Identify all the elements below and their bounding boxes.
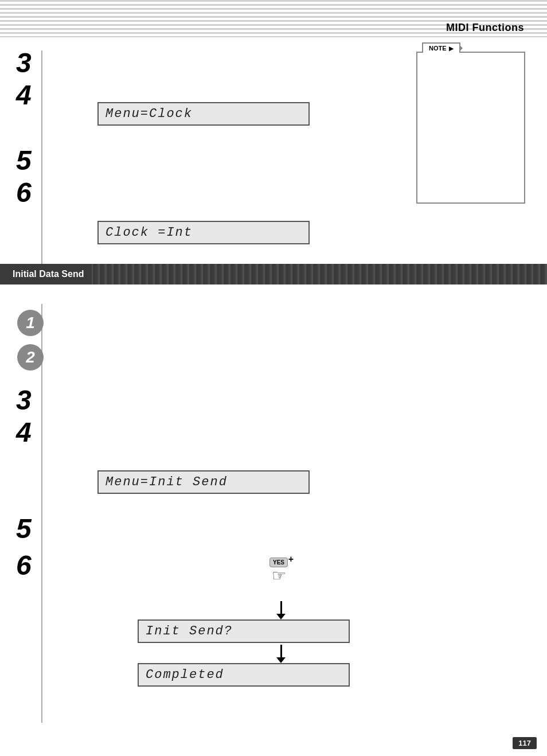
step-2-circle: 2 bbox=[17, 344, 44, 371]
note-box: NOTE ▶ bbox=[416, 52, 525, 204]
step-5b: 5 bbox=[16, 513, 32, 544]
hand-icon: ☞ bbox=[272, 568, 286, 584]
yes-btn-label: YES bbox=[269, 558, 288, 567]
section1-vert-line bbox=[41, 50, 42, 274]
arrow-2 bbox=[276, 645, 286, 663]
step-5: 5 bbox=[16, 145, 32, 176]
lcd-completed: Completed bbox=[138, 663, 350, 687]
page-number: 117 bbox=[513, 737, 537, 749]
section-bar-label: Initial Data Send bbox=[0, 264, 92, 285]
note-label: NOTE bbox=[429, 45, 447, 52]
step-3: 3 bbox=[16, 47, 32, 79]
section2-vert-line bbox=[41, 304, 42, 723]
step-4: 4 bbox=[16, 79, 32, 111]
lcd-clock-int: Clock =Int bbox=[97, 221, 310, 244]
step-4b: 4 bbox=[16, 416, 32, 448]
lcd-init-send: Init Send? bbox=[138, 619, 350, 643]
note-arrow-icon: ▶ bbox=[449, 45, 454, 52]
section-bar: Initial Data Send bbox=[0, 264, 547, 285]
arrow-1 bbox=[276, 601, 286, 619]
page-title: MIDI Functions bbox=[446, 22, 524, 34]
step-6: 6 bbox=[16, 177, 32, 208]
note-tab: NOTE ▶ bbox=[422, 42, 460, 53]
lcd-menu-init-send: Menu=Init Send bbox=[97, 470, 310, 494]
yes-button-icon: YES + ☞ bbox=[269, 556, 288, 584]
lcd-menu-clock: Menu=Clock bbox=[97, 102, 310, 126]
plus-icon: + bbox=[288, 554, 294, 564]
step-6b: 6 bbox=[16, 550, 32, 581]
step-1-circle: 1 bbox=[17, 310, 44, 336]
step-3b: 3 bbox=[16, 384, 32, 416]
